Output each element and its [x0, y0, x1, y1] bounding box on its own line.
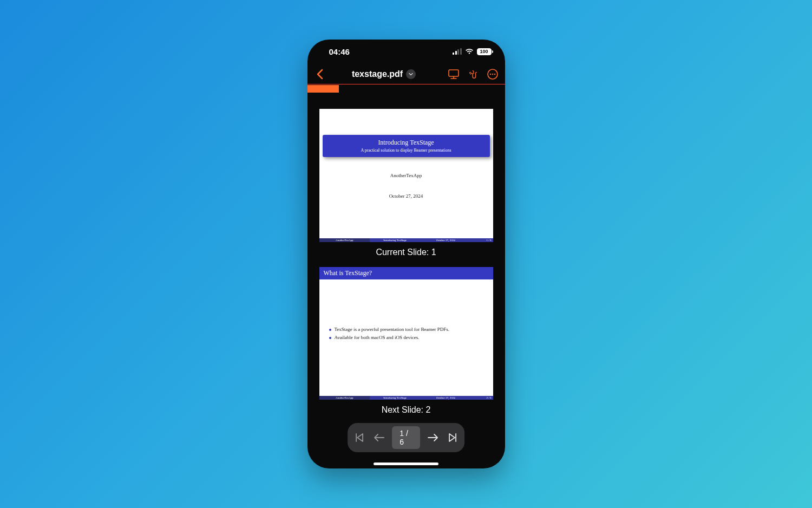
prev-slide-button[interactable]	[372, 430, 385, 445]
next-slide-button[interactable]	[427, 430, 440, 445]
more-button[interactable]	[487, 68, 499, 80]
slide1-foot-date: October 27, 2024	[421, 238, 472, 242]
slide1-subtitle: A practical solution to display Beamer p…	[327, 148, 486, 153]
display-button[interactable]	[448, 68, 460, 80]
slide1-foot-title: Introducing TexStage	[370, 238, 421, 242]
slide2-bullets: TexStage is a powerful presentation tool…	[319, 279, 493, 342]
chevron-left-icon	[316, 69, 324, 80]
status-time: 04:46	[329, 47, 350, 56]
slide1-foot-author: AnotherTexApp	[319, 238, 370, 242]
last-slide-button[interactable]	[446, 430, 459, 445]
cellular-icon	[453, 49, 462, 55]
progress-strip[interactable]	[307, 85, 505, 93]
back-button[interactable]	[314, 68, 326, 80]
monitor-icon	[448, 69, 460, 79]
current-slide-caption: Current Slide: 1	[319, 248, 493, 257]
slide1-author: AnotherTexApp	[319, 173, 493, 178]
home-indicator[interactable]	[374, 463, 438, 465]
playback-controls: 1 / 6	[348, 423, 464, 452]
next-slide-caption: Next Slide: 2	[319, 405, 493, 415]
battery-level: 100	[480, 49, 488, 54]
svg-point-4	[489, 74, 490, 75]
next-slide[interactable]: What is TexStage? TexStage is a powerful…	[319, 267, 493, 400]
hands-icon	[467, 68, 479, 80]
arrow-left-icon	[373, 433, 385, 442]
nav-actions	[448, 68, 499, 80]
status-right: 100	[453, 48, 493, 55]
page-indicator[interactable]: 1 / 6	[392, 426, 420, 449]
current-slide[interactable]: Introducing TexStage A practical solutio…	[319, 109, 493, 242]
slide2-foot-date: October 27, 2024	[421, 396, 472, 400]
clap-button[interactable]	[467, 68, 479, 80]
slide1-foot-page: 1 / 6	[471, 238, 493, 242]
wifi-icon	[465, 48, 474, 55]
slide2-foot-author: AnotherTexApp	[319, 396, 370, 400]
slide1-titlebox: Introducing TexStage A practical solutio…	[323, 135, 490, 157]
svg-point-5	[492, 74, 493, 75]
skip-end-icon	[447, 433, 458, 442]
slide1-footer: AnotherTexApp Introducing TexStage Octob…	[319, 238, 493, 242]
ellipsis-circle-icon	[487, 68, 499, 80]
slide2-foot-title: Introducing TexStage	[370, 396, 421, 400]
skip-start-icon	[354, 433, 365, 442]
title-dropdown-icon	[406, 69, 416, 79]
status-bar: 04:46 100	[307, 40, 505, 63]
svg-rect-0	[449, 70, 459, 76]
nav-title-wrap[interactable]: texstage.pdf	[327, 69, 441, 79]
document-title: texstage.pdf	[352, 69, 403, 79]
slide1-date: October 27, 2024	[319, 193, 493, 199]
arrow-right-icon	[427, 433, 439, 442]
progress-fill	[307, 85, 339, 93]
slide2-bullet-1: TexStage is a powerful presentation tool…	[329, 325, 483, 334]
nav-bar: texstage.pdf	[307, 63, 505, 85]
battery-icon: 100	[477, 48, 493, 55]
slide2-footer: AnotherTexApp Introducing TexStage Octob…	[319, 396, 493, 400]
svg-point-6	[494, 74, 495, 75]
slide2-title: What is TexStage?	[319, 267, 493, 279]
slide-area[interactable]: Introducing TexStage A practical solutio…	[307, 93, 505, 468]
phone-frame: 04:46 100 texstage.pdf	[307, 40, 505, 468]
first-slide-button[interactable]	[353, 430, 366, 445]
slide1-title: Introducing TexStage	[327, 139, 486, 147]
chevron-down-icon	[408, 71, 414, 77]
slide2-foot-page: 2 / 6	[471, 396, 493, 400]
slide2-bullet-2: Available for both macOS and iOS devices…	[329, 334, 483, 342]
